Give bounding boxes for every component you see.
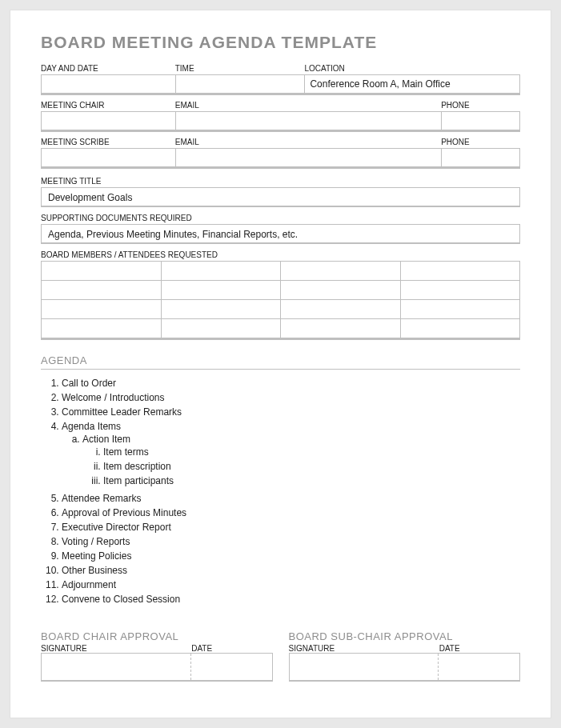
- scribe-email-label: EMAIL: [175, 138, 441, 146]
- agenda-subitem: Action Item Item terms Item description …: [82, 432, 520, 490]
- chair-phone-label: PHONE: [441, 101, 520, 110]
- attendee-cell[interactable]: [400, 262, 520, 281]
- document-page: BOARD MEETING AGENDA TEMPLATE DAY AND DA…: [10, 10, 551, 718]
- agenda-item-label: Agenda Items: [62, 421, 121, 432]
- agenda-item: Welcome / Introductions: [62, 390, 520, 405]
- chair-signature-input[interactable]: [42, 654, 191, 680]
- attendees-label: BOARD MEMBERS / ATTENDEES REQUESTED: [41, 250, 520, 259]
- agenda-item: Call to Order: [62, 376, 520, 390]
- time-input[interactable]: [175, 74, 305, 94]
- scribe-phone-label: PHONE: [441, 138, 520, 146]
- day-date-input[interactable]: [41, 74, 175, 94]
- agenda-item: Agenda Items Action Item Item terms Item…: [62, 419, 520, 491]
- chair-approval: BOARD CHAIR APPROVAL SIGNATURE DATE: [41, 630, 273, 682]
- chair-label: MEETING CHAIR: [41, 101, 175, 110]
- attendee-cell[interactable]: [400, 300, 520, 319]
- chair-name-input[interactable]: [41, 111, 175, 130]
- attendee-cell[interactable]: [42, 262, 162, 281]
- attendees-grid-wrap: [41, 261, 520, 340]
- attendee-cell[interactable]: [161, 262, 281, 281]
- chair-boxes: [41, 111, 520, 132]
- agenda-item: Executive Director Report: [62, 520, 520, 534]
- agenda-item: Committee Leader Remarks: [62, 405, 520, 419]
- agenda-item: Approval of Previous Minutes: [62, 506, 520, 520]
- agenda-item: Meeting Policies: [62, 549, 520, 563]
- subchair-approval-heading: BOARD SUB-CHAIR APPROVAL: [289, 630, 521, 642]
- day-date-label: DAY AND DATE: [41, 64, 175, 73]
- table-row: [42, 319, 520, 338]
- location-label: LOCATION: [304, 64, 520, 73]
- attendee-cell[interactable]: [400, 319, 520, 338]
- chair-approval-box: [41, 653, 273, 682]
- date-label: DATE: [191, 644, 272, 653]
- signature-label: SIGNATURE: [41, 644, 191, 653]
- agenda-item: Other Business: [62, 563, 520, 578]
- agenda-heading: AGENDA: [41, 354, 520, 370]
- attendee-cell[interactable]: [281, 262, 401, 281]
- chair-email-label: EMAIL: [175, 101, 441, 110]
- row-chair-labels: MEETING CHAIR EMAIL PHONE: [41, 95, 520, 111]
- signature-label: SIGNATURE: [289, 644, 439, 653]
- agenda-item: Voting / Reports: [62, 534, 520, 549]
- time-label: TIME: [175, 64, 305, 73]
- supporting-docs-input[interactable]: Agenda, Previous Meeting Minutes, Financ…: [41, 224, 520, 244]
- agenda-list: Call to Order Welcome / Introductions Co…: [41, 376, 520, 606]
- attendee-cell[interactable]: [161, 319, 281, 338]
- scribe-name-input[interactable]: [41, 148, 175, 167]
- chair-email-input[interactable]: [175, 111, 441, 130]
- agenda-subsubitem: Item terms: [103, 445, 520, 459]
- subchair-approval-box: [289, 653, 521, 682]
- date-label: DATE: [439, 644, 520, 653]
- supporting-docs-label: SUPPORTING DOCUMENTS REQUIRED: [41, 214, 520, 222]
- chair-date-input[interactable]: [191, 654, 272, 680]
- row-day-time-location: DAY AND DATE TIME LOCATION: [41, 58, 520, 74]
- scribe-boxes: [41, 148, 520, 169]
- row1-boxes: Conference Room A, Main Office: [41, 74, 520, 95]
- agenda-subsubitem: Item description: [103, 459, 520, 474]
- table-row: [42, 300, 520, 319]
- meeting-title-label: MEETING TITLE: [41, 177, 520, 186]
- scribe-phone-input[interactable]: [441, 148, 520, 167]
- attendee-cell[interactable]: [161, 281, 281, 300]
- chair-phone-input[interactable]: [441, 111, 520, 130]
- location-input[interactable]: Conference Room A, Main Office: [304, 74, 520, 94]
- attendee-cell[interactable]: [281, 300, 401, 319]
- agenda-subsubitem: Item participants: [103, 474, 520, 488]
- attendee-cell[interactable]: [161, 300, 281, 319]
- meeting-title-input[interactable]: Development Goals: [41, 187, 520, 207]
- attendee-cell[interactable]: [281, 319, 401, 338]
- agenda-item: Adjournment: [62, 578, 520, 592]
- approval-row: BOARD CHAIR APPROVAL SIGNATURE DATE BOAR…: [41, 630, 520, 682]
- subchair-signature-input[interactable]: [290, 654, 439, 680]
- scribe-label: MEETING SCRIBE: [41, 138, 175, 146]
- row-scribe-labels: MEETING SCRIBE EMAIL PHONE: [41, 132, 520, 148]
- subchair-approval: BOARD SUB-CHAIR APPROVAL SIGNATURE DATE: [289, 630, 521, 682]
- agenda-item: Convene to Closed Session: [62, 592, 520, 606]
- chair-approval-heading: BOARD CHAIR APPROVAL: [41, 630, 273, 642]
- subchair-date-input[interactable]: [439, 654, 519, 680]
- attendee-cell[interactable]: [400, 281, 520, 300]
- scribe-email-input[interactable]: [175, 148, 441, 167]
- agenda-item: Attendee Remarks: [62, 491, 520, 506]
- attendees-grid: [41, 261, 520, 338]
- table-row: [42, 281, 520, 300]
- attendee-cell[interactable]: [42, 281, 162, 300]
- attendee-cell[interactable]: [42, 300, 162, 319]
- page-title: BOARD MEETING AGENDA TEMPLATE: [41, 33, 520, 52]
- agenda-subitem-label: Action Item: [82, 434, 130, 445]
- attendee-cell[interactable]: [42, 319, 162, 338]
- attendee-cell[interactable]: [281, 281, 401, 300]
- table-row: [42, 262, 520, 281]
